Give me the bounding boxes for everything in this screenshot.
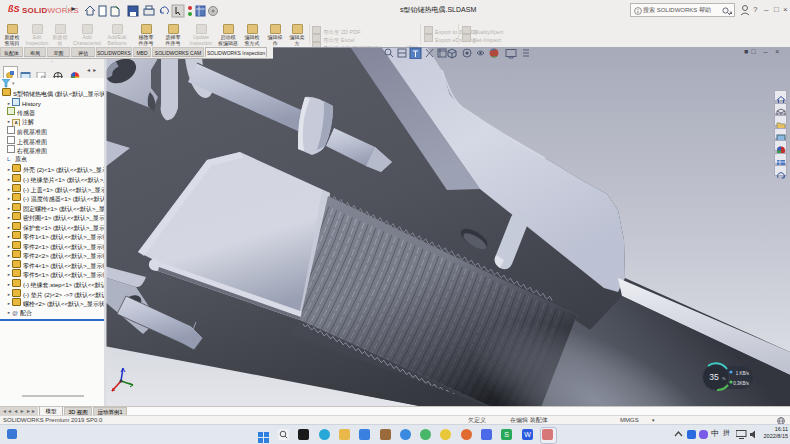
svg-text:35: 35 — [709, 372, 719, 382]
svg-text:0.3KB/s: 0.3KB/s — [733, 381, 750, 386]
svg-text:1 KB/s: 1 KB/s — [736, 371, 750, 376]
svg-text:%: % — [722, 376, 726, 381]
